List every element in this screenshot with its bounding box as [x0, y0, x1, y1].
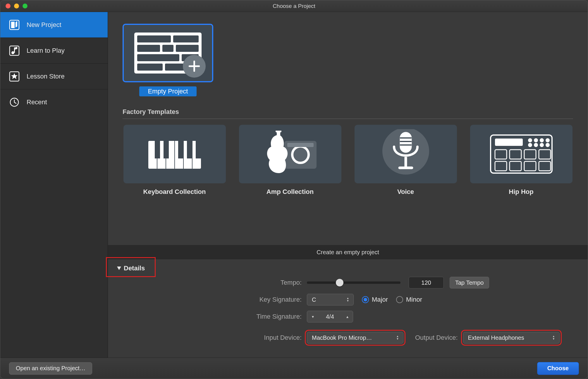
- disclosure-triangle-icon: [117, 264, 121, 272]
- svg-point-39: [540, 143, 544, 147]
- lesson-store-icon: [8, 71, 20, 82]
- learn-to-play-icon: [8, 45, 20, 57]
- minor-label: Minor: [406, 296, 422, 303]
- template-label: Keyboard Collection: [143, 188, 206, 196]
- factory-templates-grid: Keyboard Collection: [123, 125, 573, 196]
- sidebar-item-label: Recent: [27, 98, 47, 106]
- template-voice[interactable]: Voice: [354, 125, 458, 196]
- time-signature-down-button[interactable]: ▾: [307, 311, 318, 322]
- sidebar: New Project Learn to Play Lesson Store R…: [0, 12, 108, 358]
- svg-point-33: [528, 138, 532, 142]
- new-project-icon: [8, 19, 20, 31]
- time-signature-label: Time Signature:: [120, 313, 307, 320]
- template-amp-collection[interactable]: Amp Collection: [238, 125, 342, 196]
- time-signature-value: 4/4: [318, 313, 342, 320]
- output-device-value: External Headphones: [468, 334, 548, 341]
- input-device-value: MacBook Pro Microp…: [312, 334, 391, 341]
- updown-icon: ▲▼: [395, 335, 400, 340]
- empty-project-thumbnail: [123, 24, 213, 82]
- svg-point-35: [540, 138, 544, 142]
- tempo-slider-thumb[interactable]: [336, 279, 343, 286]
- tempo-value-field[interactable]: 120: [409, 277, 444, 288]
- section-divider: [123, 119, 573, 119]
- key-signature-row: Key Signature: C ▲▼ Major: [120, 294, 576, 305]
- factory-templates-heading: Factory Templates: [123, 108, 573, 116]
- window-title: Choose a Project: [0, 3, 588, 9]
- svg-rect-27: [398, 167, 413, 169]
- updown-icon: ▲▼: [551, 335, 556, 340]
- svg-rect-41: [495, 150, 507, 159]
- sidebar-item-learn-to-play[interactable]: Learn to Play: [0, 38, 108, 64]
- svg-point-34: [534, 138, 538, 142]
- empty-project-card[interactable]: Empty Project: [123, 24, 213, 96]
- template-hip-hop[interactable]: Hip Hop: [469, 125, 573, 196]
- sidebar-item-label: New Project: [27, 21, 61, 29]
- svg-rect-26: [405, 157, 407, 167]
- project-chooser-window: Choose a Project New Project Learn to Pl…: [0, 0, 588, 379]
- svg-rect-44: [539, 150, 551, 159]
- major-radio[interactable]: Major: [362, 296, 388, 303]
- svg-point-40: [546, 143, 550, 147]
- template-list: Empty Project Factory Templates: [108, 12, 588, 245]
- svg-rect-4: [14, 47, 15, 53]
- microphone-icon: [355, 125, 457, 183]
- key-signature-select[interactable]: C ▲▼: [307, 294, 354, 305]
- details-body: Tempo: 120 Tap Tempo Key Signature: C ▲▼: [108, 275, 588, 358]
- sidebar-item-label: Lesson Store: [27, 73, 65, 80]
- output-device-select[interactable]: External Headphones ▲▼: [463, 332, 560, 344]
- template-keyboard-collection[interactable]: Keyboard Collection: [123, 125, 226, 196]
- details-disclosure[interactable]: Details: [108, 259, 154, 275]
- details-panel: Details Tempo: 120 Tap Tempo Key Signatu…: [108, 259, 588, 358]
- svg-point-38: [534, 143, 538, 147]
- svg-rect-10: [178, 141, 183, 158]
- svg-rect-20: [287, 143, 314, 147]
- input-device-select[interactable]: MacBook Pro Microp… ▲▼: [307, 332, 403, 344]
- svg-point-37: [528, 143, 532, 147]
- sidebar-item-recent[interactable]: Recent: [0, 89, 108, 115]
- time-signature-row: Time Signature: ▾ 4/4 ▴: [120, 311, 576, 322]
- keyboard-icon: [123, 125, 226, 183]
- svg-point-3: [11, 51, 14, 54]
- svg-rect-42: [510, 150, 521, 159]
- svg-point-36: [546, 138, 550, 142]
- footer: Open an existing Project… Choose: [0, 358, 588, 379]
- template-label: Voice: [397, 188, 414, 196]
- amp-icon: [239, 125, 341, 183]
- key-mode-radio-group: Major Minor: [362, 296, 422, 303]
- output-device-label: Output Device:: [415, 334, 458, 342]
- template-label: Hip Hop: [509, 188, 533, 196]
- input-device-label: Input Device:: [120, 334, 307, 342]
- tempo-label: Tempo:: [120, 279, 307, 286]
- titlebar: Choose a Project: [0, 0, 588, 12]
- choose-button[interactable]: Choose: [537, 362, 579, 375]
- updown-icon: ▲▼: [345, 297, 350, 302]
- sidebar-item-new-project[interactable]: New Project: [0, 12, 108, 38]
- svg-rect-48: [539, 161, 551, 171]
- svg-rect-46: [510, 161, 521, 171]
- svg-rect-45: [495, 161, 507, 171]
- tempo-slider[interactable]: [307, 281, 400, 284]
- svg-rect-47: [524, 161, 536, 171]
- recent-icon: [8, 96, 20, 108]
- minor-radio[interactable]: Minor: [396, 296, 422, 303]
- tap-tempo-button[interactable]: Tap Tempo: [450, 277, 489, 288]
- svg-rect-11: [187, 141, 192, 158]
- key-signature-label: Key Signature:: [120, 296, 307, 303]
- svg-rect-25: [400, 132, 412, 153]
- sidebar-item-label: Learn to Play: [27, 47, 65, 54]
- sidebar-item-lesson-store[interactable]: Lesson Store: [0, 64, 108, 89]
- tempo-row: Tempo: 120 Tap Tempo: [120, 277, 576, 288]
- open-existing-project-button[interactable]: Open an existing Project…: [9, 362, 92, 375]
- time-signature-up-button[interactable]: ▴: [342, 311, 353, 322]
- svg-rect-12: [196, 141, 201, 158]
- time-signature-stepper[interactable]: ▾ 4/4 ▴: [307, 311, 353, 322]
- svg-rect-1: [11, 22, 15, 28]
- drum-machine-icon: [470, 125, 572, 183]
- description-bar: Create an empty project: [108, 245, 588, 259]
- details-label: Details: [124, 264, 145, 272]
- content-area: Empty Project Factory Templates: [108, 12, 588, 358]
- plus-icon: [183, 55, 206, 78]
- svg-rect-32: [495, 139, 523, 146]
- key-signature-value: C: [312, 296, 342, 303]
- svg-rect-43: [524, 150, 536, 159]
